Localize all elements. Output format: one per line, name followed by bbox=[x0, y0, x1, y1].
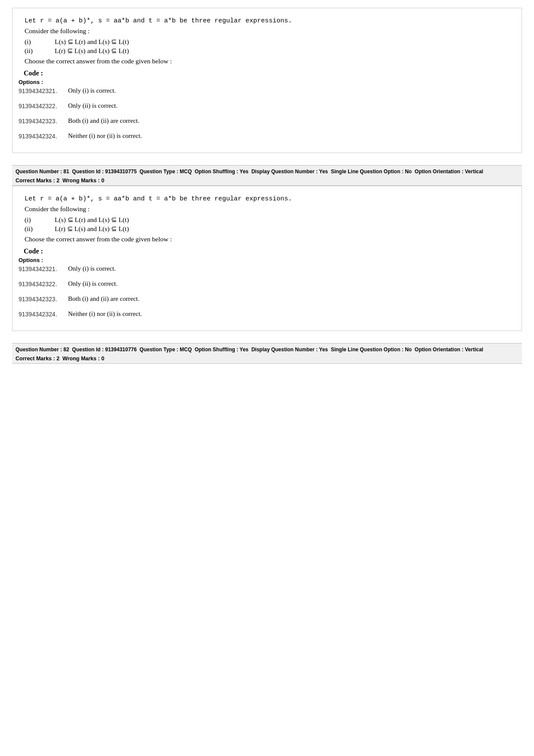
answer-option-id-1-top: 91394342321. bbox=[19, 87, 68, 94]
choose-text-top: Choose the correct answer from the code … bbox=[25, 57, 515, 65]
option-roman-i-top: (i) bbox=[25, 38, 55, 46]
consider-text-81: Consider the following : bbox=[25, 204, 515, 215]
option-roman-i-81: (i) bbox=[25, 216, 55, 224]
code-label-top: Code : bbox=[24, 69, 515, 77]
question-option-row-i-81: (i) L(s) ⊆ L(r) and L(s) ⊆ L(t) bbox=[25, 216, 515, 224]
question-option-row-i-top: (i) L(s) ⊆ L(r) and L(s) ⊆ L(t) bbox=[25, 38, 515, 46]
option-text-ii-81: L(r) ⊆ L(s) and L(s) ⊆ L(t) bbox=[55, 225, 129, 233]
answer-option-id-4-81: 91394342324. bbox=[19, 310, 68, 318]
answer-option-2-top: 91394342322. Only (ii) is correct. bbox=[19, 102, 515, 109]
answer-option-2-81: 91394342322. Only (ii) is correct. bbox=[19, 280, 515, 287]
consider-text-top: Consider the following : bbox=[25, 26, 515, 37]
question-content-block-81: Let r = a(a + b)*, s = aa*b and t = a*b … bbox=[12, 186, 522, 331]
answer-option-text-3-top: Both (i) and (ii) are correct. bbox=[68, 117, 140, 125]
question-block-82: Question Number : 82 Question Id : 91394… bbox=[12, 343, 522, 364]
options-label-81: Options : bbox=[19, 257, 515, 263]
question-block-81: Question Number : 81 Question Id : 91394… bbox=[12, 165, 522, 331]
meta-bar-81: Question Number : 81 Question Id : 91394… bbox=[12, 165, 522, 177]
answer-option-1-81: 91394342321. Only (i) is correct. bbox=[19, 265, 515, 272]
answer-option-4-top: 91394342324. Neither (i) nor (ii) is cor… bbox=[19, 132, 515, 140]
options-label-top: Options : bbox=[19, 79, 515, 85]
answer-option-id-2-top: 91394342322. bbox=[19, 102, 68, 109]
question-block-top: Let r = a(a + b)*, s = aa*b and t = a*b … bbox=[12, 8, 522, 153]
option-roman-ii-81: (ii) bbox=[25, 225, 55, 233]
answer-option-id-1-81: 91394342321. bbox=[19, 265, 68, 272]
answer-options-81: 91394342321. Only (i) is correct. 913943… bbox=[19, 265, 515, 318]
question-content-top: Let r = a(a + b)*, s = aa*b and t = a*b … bbox=[19, 13, 515, 68]
option-text-i-top: L(s) ⊆ L(r) and L(s) ⊆ L(t) bbox=[55, 38, 129, 46]
answer-option-text-2-81: Only (ii) is correct. bbox=[68, 280, 118, 287]
answer-option-3-81: 91394342323. Both (i) and (ii) are corre… bbox=[19, 295, 515, 303]
answer-option-id-4-top: 91394342324. bbox=[19, 132, 68, 140]
answer-option-id-3-top: 91394342323. bbox=[19, 117, 68, 125]
option-text-i-81: L(s) ⊆ L(r) and L(s) ⊆ L(t) bbox=[55, 216, 129, 224]
answer-option-1-top: 91394342321. Only (i) is correct. bbox=[19, 87, 515, 94]
answer-option-text-1-81: Only (i) is correct. bbox=[68, 265, 116, 272]
answer-option-id-2-81: 91394342322. bbox=[19, 280, 68, 287]
answer-option-text-4-81: Neither (i) nor (ii) is correct. bbox=[68, 310, 142, 318]
question-content-81: Let r = a(a + b)*, s = aa*b and t = a*b … bbox=[19, 191, 515, 246]
answer-option-text-2-top: Only (ii) is correct. bbox=[68, 102, 118, 109]
answer-option-4-81: 91394342324. Neither (i) nor (ii) is cor… bbox=[19, 310, 515, 318]
meta-bar-82: Question Number : 82 Question Id : 91394… bbox=[12, 343, 522, 355]
answer-option-id-3-81: 91394342323. bbox=[19, 295, 68, 303]
question-option-row-ii-81: (ii) L(r) ⊆ L(s) and L(s) ⊆ L(t) bbox=[25, 225, 515, 233]
answer-option-3-top: 91394342323. Both (i) and (ii) are corre… bbox=[19, 117, 515, 125]
answer-option-text-4-top: Neither (i) nor (ii) is correct. bbox=[68, 132, 142, 140]
question-option-row-ii-top: (ii) L(r) ⊆ L(s) and L(s) ⊆ L(t) bbox=[25, 47, 515, 55]
answer-option-text-3-81: Both (i) and (ii) are correct. bbox=[68, 295, 140, 303]
question-intro-81: Let r = a(a + b)*, s = aa*b and t = a*b … bbox=[25, 194, 515, 204]
option-roman-ii-top: (ii) bbox=[25, 47, 55, 55]
choose-text-81: Choose the correct answer from the code … bbox=[25, 235, 515, 243]
option-text-ii-top: L(r) ⊆ L(s) and L(s) ⊆ L(t) bbox=[55, 47, 129, 55]
answer-options-top: 91394342321. Only (i) is correct. 913943… bbox=[19, 87, 515, 140]
marks-bar-81: Correct Marks : 2 Wrong Marks : 0 bbox=[12, 177, 522, 186]
answer-option-text-1-top: Only (i) is correct. bbox=[68, 87, 116, 94]
marks-bar-82: Correct Marks : 2 Wrong Marks : 0 bbox=[12, 355, 522, 364]
code-label-81: Code : bbox=[24, 247, 515, 255]
question-intro-top: Let r = a(a + b)*, s = aa*b and t = a*b … bbox=[25, 16, 515, 26]
